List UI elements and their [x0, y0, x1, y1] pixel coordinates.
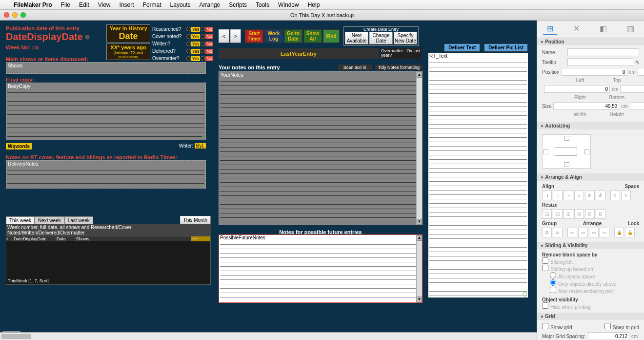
- shows-field[interactable]: Shows: [6, 62, 206, 74]
- hide-print-check[interactable]: [542, 302, 548, 309]
- change-date-button[interactable]: Change Date: [369, 32, 393, 44]
- styles-tab-icon[interactable]: ◧: [596, 23, 611, 35]
- show-grid-check[interactable]: [542, 323, 548, 329]
- sliding-up-check[interactable]: [542, 265, 548, 271]
- deliverynotes-field[interactable]: DeliveryNotes: [6, 160, 206, 189]
- horizontal-scrollbar[interactable]: [0, 332, 537, 340]
- years-ago-box: XX* years ago (between TX and publicatio…: [106, 43, 150, 60]
- menubar[interactable]: FileMaker Pro File Edit View Insert Form…: [0, 0, 644, 10]
- pos-bottom-input[interactable]: [620, 85, 644, 93]
- menu-format[interactable]: Format: [143, 1, 161, 8]
- status-researched: Researched?YesNo: [152, 25, 213, 33]
- pencil-icon[interactable]: ✎: [635, 60, 639, 65]
- sliding-left-check[interactable]: [542, 257, 548, 264]
- status-overmatter: Overmatter?YesNo: [152, 55, 213, 62]
- next-button[interactable]: >: [230, 29, 241, 43]
- prev-button[interactable]: <: [219, 29, 229, 43]
- app-name[interactable]: FileMaker Pro: [14, 1, 52, 8]
- menu-layouts[interactable]: Layouts: [170, 1, 191, 8]
- writer-field[interactable]: ByL: [195, 143, 206, 149]
- autosizing-control[interactable]: [542, 134, 591, 169]
- data-tab-icon[interactable]: ▥: [623, 23, 638, 35]
- scrollbar[interactable]: ▲▼: [416, 72, 422, 225]
- window-titlebar: On This Day X last backup: [0, 10, 644, 21]
- menu-arrange[interactable]: Arrange: [200, 1, 221, 8]
- also-resize-check[interactable]: [550, 287, 556, 293]
- start-timer-button[interactable]: Start Timer: [245, 29, 263, 43]
- section-arrange[interactable]: Arrange & Align: [537, 173, 644, 181]
- menu-edit[interactable]: Edit: [79, 1, 89, 8]
- status-written: Written?YesNo: [152, 40, 213, 47]
- portal-footer: ThisWeek [1..7, Sort]: [8, 278, 49, 283]
- close-icon[interactable]: [4, 12, 9, 18]
- search-icon[interactable]: [523, 292, 527, 297]
- minimize-icon[interactable]: [12, 12, 18, 18]
- pos-right-input[interactable]: [544, 85, 610, 93]
- lastyear-field[interactable]: LastYearEntry: [281, 51, 317, 57]
- group-arrange-buttons[interactable]: ⧉⧈▭▭▭▭🔒🔓: [542, 228, 639, 237]
- portal-header: Week number, full date, all shows and Re…: [6, 224, 211, 236]
- name-input[interactable]: [567, 48, 639, 56]
- scan-text-button[interactable]: Scan text in: [338, 64, 372, 70]
- size-h-input[interactable]: [630, 102, 644, 110]
- this-month-button[interactable]: This Month: [180, 216, 211, 224]
- scrollbar[interactable]: ▲▼: [416, 235, 422, 302]
- menu-help[interactable]: Help: [308, 1, 320, 8]
- all-above-radio[interactable]: [550, 272, 556, 278]
- menu-tools[interactable]: Tools: [256, 1, 269, 8]
- yournotes-field[interactable]: YourNotes ▲▼: [219, 71, 423, 225]
- deliver-pic-button[interactable]: Deliver Pic List: [484, 43, 528, 52]
- appearance-tab-icon[interactable]: ✕: [569, 23, 584, 35]
- tab-this-week[interactable]: This week: [6, 216, 35, 224]
- position-tab-icon[interactable]: ⊞: [543, 23, 557, 35]
- rtnotes-label: Notes on RT cover, feature and billings …: [6, 154, 211, 160]
- resize-buttons[interactable]: ◫◫◫⊟⊟⊟: [542, 209, 639, 219]
- yournotes-label: Your notes on this entry: [219, 64, 280, 70]
- only-above-radio[interactable]: [550, 279, 556, 286]
- menu-scripts[interactable]: Scripts: [229, 1, 247, 8]
- inspector-panel[interactable]: ⊞ ✕ ◧ ▥ Position Name Tooltip✎ Positionc…: [537, 21, 644, 340]
- work-log-button[interactable]: Work Log: [264, 29, 283, 43]
- menu-view[interactable]: View: [98, 1, 111, 8]
- date-field[interactable]: Date: [119, 31, 138, 42]
- future-notes-field[interactable]: PossibleFutureNotes ▲▼: [219, 234, 423, 303]
- week-tabs[interactable]: This week Next week Last week: [6, 216, 93, 224]
- size-w-input[interactable]: [553, 102, 619, 110]
- goto-date-button[interactable]: Go to Date: [284, 29, 302, 43]
- rt-text-field[interactable]: RT_Text: [428, 53, 528, 298]
- specify-new-button[interactable]: Specify New Date: [394, 32, 417, 44]
- menu-file[interactable]: File: [61, 1, 70, 8]
- datedisplay-field[interactable]: DateDisplayDate: [6, 31, 83, 42]
- status-delivered: Delivered?YesNo: [152, 47, 213, 55]
- zoom-icon[interactable]: [20, 12, 26, 18]
- section-sliding[interactable]: Sliding & Visibility: [537, 242, 644, 249]
- show-all-button[interactable]: Show All: [303, 29, 322, 43]
- window-title: On This Day X last backup: [290, 12, 354, 18]
- pos-left-input[interactable]: [562, 68, 627, 76]
- overmatter-field[interactable]: Overmatter ::Ov last year?: [380, 48, 422, 59]
- section-grid[interactable]: Grid: [537, 313, 644, 320]
- create-entry-label: Create Date Entry: [345, 27, 417, 32]
- find-button[interactable]: Find: [323, 29, 340, 43]
- align-buttons[interactable]: ⫞⫠⫟⫝⫛⫚⫴⫵: [542, 191, 639, 200]
- section-position[interactable]: Position: [537, 38, 644, 45]
- grid-spacing-input[interactable]: [588, 332, 629, 340]
- tidy-notes-button[interactable]: Tidy Notes formatting: [375, 64, 423, 70]
- menu-window[interactable]: Window: [278, 1, 299, 8]
- search-icon[interactable]: [85, 35, 90, 40]
- radio-icon[interactable]: [186, 27, 191, 31]
- bodycopy-field[interactable]: BodyCopy: [6, 83, 206, 140]
- tooltip-input[interactable]: [567, 58, 633, 66]
- tab-last-week[interactable]: Last week: [64, 216, 93, 224]
- tab-next-week[interactable]: Next week: [35, 216, 64, 224]
- radio-icon[interactable]: [201, 27, 205, 31]
- year-in-history-box: Year in History Date: [106, 24, 150, 42]
- layout-canvas[interactable]: Publication date of this entry DateDispl…: [0, 21, 537, 340]
- snap-grid-check[interactable]: [604, 323, 611, 329]
- deliver-text-button[interactable]: Deliver Text: [444, 43, 480, 52]
- section-autosizing[interactable]: Autosizing: [537, 122, 644, 129]
- next-available-button[interactable]: Next Available: [345, 32, 368, 44]
- menu-insert[interactable]: Insert: [120, 1, 134, 8]
- pos-top-input[interactable]: [638, 68, 644, 76]
- portal[interactable]: ▫ ::DateDisplayDate ::Date ::Shows ▫▫▫▫▫…: [6, 236, 211, 285]
